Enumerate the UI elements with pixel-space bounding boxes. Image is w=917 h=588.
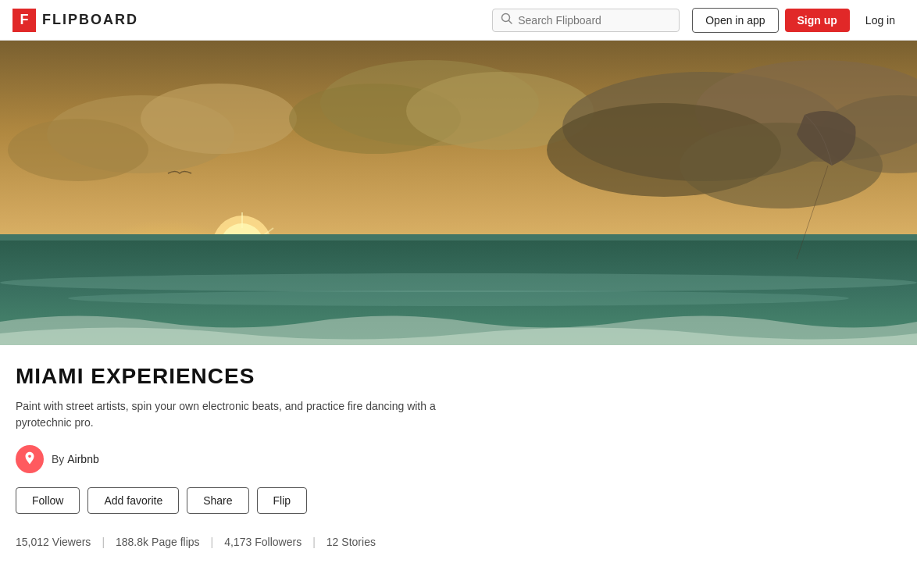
magazine-title: MIAMI EXPERIENCES: [16, 364, 531, 389]
svg-point-25: [0, 273, 917, 292]
search-area: [492, 9, 680, 32]
flip-button[interactable]: Flip: [257, 487, 308, 514]
flipboard-logo-icon: F: [12, 9, 36, 32]
stat-stories: 12 Stories: [326, 536, 376, 548]
magazine-description: Paint with street artists, spin your own…: [16, 398, 469, 431]
content-area: MIAMI EXPERIENCES Paint with street arti…: [0, 345, 547, 564]
stat-pageflips: 188.8k Page flips: [116, 536, 200, 548]
svg-point-9: [8, 119, 148, 181]
stat-followers: 4,173 Followers: [224, 536, 302, 548]
search-form: [492, 9, 680, 32]
stories-count: 12: [326, 536, 339, 548]
navbar-actions: Open in app Sign up Log in: [692, 8, 905, 33]
stat-sep-1: |: [102, 536, 105, 548]
author-row: By Airbnb: [16, 445, 531, 473]
followers-count: 4,173: [224, 536, 252, 548]
follow-button[interactable]: Follow: [16, 487, 80, 514]
sign-up-button[interactable]: Sign up: [785, 9, 850, 32]
svg-point-26: [68, 290, 849, 306]
search-icon: [501, 12, 513, 28]
pageflips-label: Page flips: [152, 536, 199, 548]
pageflips-count: 188.8k: [116, 536, 148, 548]
svg-line-1: [509, 20, 512, 23]
action-buttons: Follow Add favorite Share Flip: [16, 487, 531, 514]
svg-rect-24: [0, 234, 917, 241]
viewers-count: 15,012: [16, 536, 49, 548]
brand-link[interactable]: F FLIPBOARD: [12, 9, 138, 32]
log-in-button[interactable]: Log in: [856, 9, 905, 32]
viewers-label: Viewers: [52, 536, 91, 548]
hero-image: [0, 41, 917, 345]
share-button[interactable]: Share: [187, 487, 248, 514]
stats-row: 15,012 Viewers | 188.8k Page flips | 4,1…: [16, 536, 531, 548]
author-by-text: By Airbnb: [52, 453, 99, 465]
followers-label: Followers: [255, 536, 302, 548]
hero-image-container: [0, 41, 917, 345]
open-in-app-button[interactable]: Open in app: [692, 8, 778, 33]
search-input[interactable]: [518, 14, 671, 27]
stat-sep-2: |: [211, 536, 214, 548]
author-avatar[interactable]: [16, 445, 44, 473]
author-name[interactable]: Airbnb: [67, 453, 98, 465]
stat-viewers: 15,012 Viewers: [16, 536, 91, 548]
stories-label: Stories: [341, 536, 376, 548]
logo-letter: F: [20, 12, 29, 28]
add-favorite-button[interactable]: Add favorite: [87, 487, 179, 514]
svg-point-10: [141, 84, 297, 154]
airbnb-icon: [21, 451, 38, 468]
stat-sep-3: |: [312, 536, 316, 548]
flipboard-wordmark: FLIPBOARD: [42, 12, 138, 28]
navbar: F FLIPBOARD Open in app Sign up Log in: [0, 0, 917, 41]
